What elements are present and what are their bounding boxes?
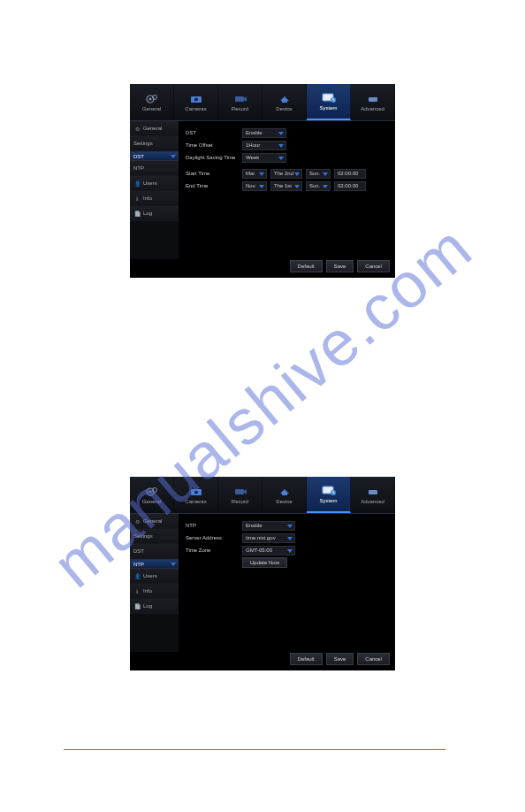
log-icon: 📄 (133, 602, 141, 609)
tz-select[interactable]: GMT-05:00 (242, 546, 295, 555)
top-tabs: General Cameras Record Device System Adv… (130, 477, 395, 514)
sidebar-item-settings[interactable]: Settings (130, 529, 179, 544)
info-icon: ℹ (133, 587, 141, 594)
save-button[interactable]: Save (326, 260, 354, 272)
gears-icon (144, 486, 160, 498)
sidebar: ⚙General Settings DST NTP 👤Users ℹInfo 📄… (130, 514, 179, 652)
sidebar-item-ntp[interactable]: NTP (130, 559, 179, 569)
dst-select[interactable]: Enable (242, 128, 286, 138)
ntp-select[interactable]: Enable (242, 521, 295, 531)
default-button[interactable]: Default (290, 260, 323, 272)
tab-general[interactable]: General (130, 84, 174, 120)
tab-record[interactable]: Record (218, 84, 262, 120)
sidebar-item-info[interactable]: ℹInfo (130, 584, 179, 599)
tab-record[interactable]: Record (218, 477, 262, 513)
svg-rect-5 (235, 96, 244, 102)
sidebar-item-info[interactable]: ℹInfo (130, 191, 179, 206)
gears-icon (144, 93, 160, 105)
dst-mode-select[interactable]: Week (242, 153, 286, 163)
tab-advanced[interactable]: Advanced (351, 477, 395, 513)
tab-device[interactable]: Device (262, 84, 307, 120)
sidebar-item-users[interactable]: 👤Users (130, 569, 179, 584)
svg-rect-14 (235, 489, 244, 494)
log-icon: 📄 (133, 210, 141, 217)
sidebar-item-general[interactable]: ⚙General (130, 121, 179, 136)
time-offset-label: Time Offset (186, 142, 239, 148)
end-time-field[interactable]: 02:00:00 (334, 181, 366, 191)
sidebar-item-ntp[interactable]: NTP (130, 161, 179, 176)
save-button[interactable]: Save (326, 653, 354, 665)
svg-rect-8 (369, 97, 377, 102)
camera-icon (188, 486, 204, 498)
dst-mode-label: Daylight Saving Time (186, 155, 239, 160)
system-icon (321, 485, 337, 497)
tab-advanced[interactable]: Advanced (351, 84, 395, 120)
sidebar-item-dst[interactable]: DST (130, 544, 179, 559)
record-icon (232, 486, 248, 498)
system-icon (321, 92, 337, 104)
cancel-button[interactable]: Cancel (357, 260, 390, 272)
device-icon (277, 93, 293, 105)
default-button[interactable]: Default (290, 653, 323, 665)
camera-icon (188, 93, 204, 105)
sidebar-item-settings[interactable]: Settings (130, 136, 179, 151)
end-week-select[interactable]: The 1st (270, 181, 302, 191)
tab-cameras[interactable]: Cameras (174, 477, 218, 513)
ntp-label: NTP (186, 523, 239, 528)
svg-point-10 (148, 491, 151, 494)
tz-label: Time Zone (186, 548, 239, 553)
end-time-label: End Time (186, 183, 239, 188)
sidebar-item-log[interactable]: 📄Log (130, 599, 179, 614)
content-area: NTP Enable Server Address time.nist.gov … (179, 514, 395, 652)
svg-point-4 (194, 98, 198, 102)
device-icon (277, 486, 293, 498)
content-area: DST Enable Time Offset 1Hour Daylight Sa… (179, 121, 395, 259)
tab-device[interactable]: Device (262, 477, 307, 513)
dst-label: DST (186, 130, 239, 135)
record-icon (232, 93, 248, 105)
start-time-field[interactable]: 02:00:00 (334, 169, 366, 179)
start-day-select[interactable]: Sun. (306, 169, 331, 179)
footer-divider (64, 749, 445, 750)
svg-point-13 (194, 491, 198, 494)
user-icon: 👤 (133, 572, 141, 579)
top-tabs: General Cameras Record Device System Adv… (130, 84, 395, 121)
svg-rect-17 (369, 490, 377, 494)
end-day-select[interactable]: Sun. (306, 181, 331, 191)
sidebar-item-users[interactable]: 👤Users (130, 176, 179, 191)
start-month-select[interactable]: Mar. (242, 169, 267, 179)
settings-panel-ntp: General Cameras Record Device System Adv… (130, 477, 395, 670)
advanced-icon (365, 486, 381, 498)
time-offset-select[interactable]: 1Hour (242, 141, 286, 150)
user-icon: 👤 (133, 180, 141, 187)
cancel-button[interactable]: Cancel (357, 653, 390, 665)
svg-point-1 (148, 98, 151, 101)
info-icon: ℹ (133, 195, 141, 202)
sidebar-item-general[interactable]: ⚙General (130, 514, 179, 529)
sidebar-item-dst[interactable]: DST (130, 151, 179, 161)
tab-general[interactable]: General (130, 477, 174, 513)
server-select[interactable]: time.nist.gov (242, 533, 295, 543)
update-now-button[interactable]: Update Now (242, 557, 287, 568)
advanced-icon (365, 93, 381, 105)
sidebar-item-log[interactable]: 📄Log (130, 206, 179, 221)
end-month-select[interactable]: Nov. (242, 181, 267, 191)
tab-system[interactable]: System (307, 84, 351, 120)
settings-panel-dst: General Cameras Record Device System Adv… (130, 84, 395, 278)
server-label: Server Address (186, 535, 239, 540)
start-week-select[interactable]: The 2nd (270, 169, 302, 179)
gear-icon: ⚙ (133, 517, 141, 525)
tab-cameras[interactable]: Cameras (174, 84, 218, 120)
sidebar: ⚙General Settings DST NTP 👤Users ℹInfo 📄… (130, 121, 179, 259)
start-time-label: Start Time (186, 171, 239, 176)
tab-system[interactable]: System (307, 477, 351, 513)
gear-icon: ⚙ (133, 125, 141, 132)
